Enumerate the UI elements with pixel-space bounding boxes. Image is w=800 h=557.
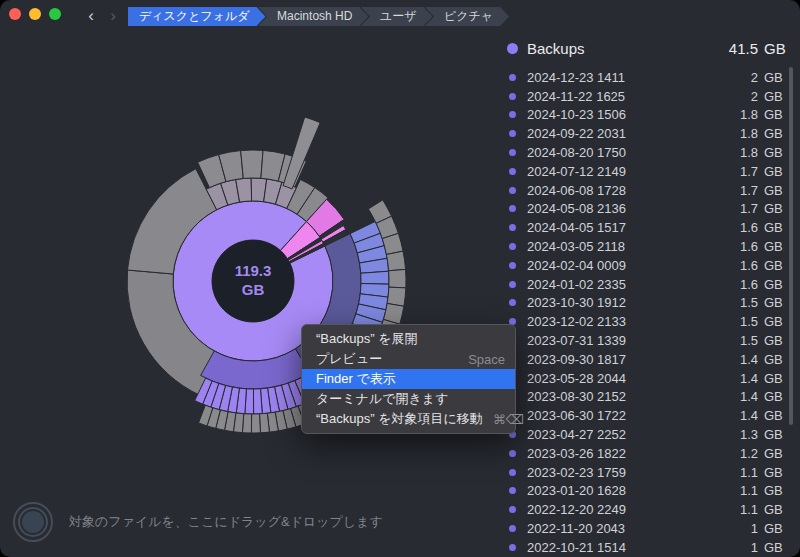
list-row[interactable]: 2024-11-22 16252GB: [505, 87, 788, 106]
item-name: 2024-09-22 2031: [527, 126, 712, 141]
list-row[interactable]: 2024-03-05 21181.6GB: [505, 237, 788, 256]
item-name: 2024-06-08 1728: [527, 183, 712, 198]
item-size: 1.8: [712, 145, 758, 160]
item-size: 1.4: [712, 371, 758, 386]
scrollbar[interactable]: [789, 67, 793, 425]
item-size-unit: GB: [764, 521, 788, 536]
item-name: 2024-04-05 1517: [527, 220, 712, 235]
item-name: 2023-03-26 1822: [527, 446, 712, 461]
list-row[interactable]: 2024-02-04 00091.6GB: [505, 256, 788, 275]
item-size: 1.7: [712, 164, 758, 179]
list-row[interactable]: 2024-10-23 15061.8GB: [505, 106, 788, 125]
list-row[interactable]: 2024-05-08 21361.7GB: [505, 200, 788, 219]
context-menu: “Backups” を展開プレビューSpaceFinder で表示ターミナルで開…: [301, 324, 516, 434]
menu-item-label: “Backups” を対象項目に移動: [316, 410, 483, 428]
list-row[interactable]: 2023-10-30 19121.5GB: [505, 294, 788, 313]
sunburst-segment[interactable]: [260, 413, 270, 433]
list-row[interactable]: 2022-10-21 15141GB: [505, 538, 788, 557]
close-button[interactable]: [9, 8, 21, 20]
menu-item-label: “Backups” を展開: [316, 330, 505, 348]
item-size: 1.6: [712, 220, 758, 235]
dropzone-hint: 対象のファイルを、ここにドラッグ&ドロップします: [69, 513, 383, 531]
menu-item[interactable]: ターミナルで開きます: [302, 389, 515, 409]
sunburst-segment[interactable]: [283, 117, 320, 189]
item-name: 2023-09-30 1817: [527, 352, 712, 367]
item-name: 2022-10-21 1514: [527, 540, 712, 555]
menu-item-label: ターミナルで開きます: [316, 390, 505, 408]
list-row[interactable]: 2024-12-23 14112GB: [505, 68, 788, 87]
item-size-unit: GB: [764, 446, 788, 461]
item-name: 2024-02-04 0009: [527, 258, 712, 273]
list-row[interactable]: 2023-02-23 17591.1GB: [505, 463, 788, 482]
item-size-unit: GB: [764, 427, 788, 442]
list-row[interactable]: 2023-07-31 13391.5GB: [505, 331, 788, 350]
sunburst-segment[interactable]: [387, 287, 406, 306]
breadcrumb-item[interactable]: Macintosh HD: [258, 7, 368, 26]
sunburst-center[interactable]: [212, 240, 294, 322]
folder-bullet-icon: [507, 43, 518, 54]
item-size-unit: GB: [764, 465, 788, 480]
item-size-unit: GB: [764, 239, 788, 254]
item-size-unit: GB: [764, 314, 788, 329]
sunburst-segment[interactable]: [361, 271, 389, 284]
list-row[interactable]: 2022-12-20 22491.1GB: [505, 500, 788, 519]
list-row[interactable]: 2023-09-30 18171.4GB: [505, 350, 788, 369]
item-name: 2024-08-20 1750: [527, 145, 712, 160]
zoom-button[interactable]: [49, 8, 61, 20]
list-row[interactable]: 2024-04-05 15171.6GB: [505, 218, 788, 237]
sunburst-segment[interactable]: [241, 150, 263, 178]
menu-item-shortcut: ⌘⌫: [493, 412, 524, 427]
list-row[interactable]: 2023-04-27 22521.3GB: [505, 425, 788, 444]
item-bullet-icon: [509, 168, 516, 175]
list-row[interactable]: 2024-01-02 23351.6GB: [505, 275, 788, 294]
item-bullet-icon: [509, 187, 516, 194]
item-size-unit: GB: [764, 164, 788, 179]
list-row[interactable]: 2022-11-20 20431GB: [505, 519, 788, 538]
sunburst-segment[interactable]: [251, 414, 260, 433]
list-row[interactable]: 2024-06-08 17281.7GB: [505, 181, 788, 200]
list-row[interactable]: 2023-08-30 21521.4GB: [505, 388, 788, 407]
list-row[interactable]: 2024-09-22 20311.8GB: [505, 124, 788, 143]
sunburst-segment[interactable]: [386, 251, 405, 271]
traffic-lights: [9, 8, 61, 20]
back-button[interactable]: ‹: [83, 4, 99, 28]
daisydisk-window: { "titlebar": { "traffic_lights": ["#ff5…: [0, 0, 800, 557]
item-size-unit: GB: [764, 89, 788, 104]
item-size-unit: GB: [764, 352, 788, 367]
list-row[interactable]: 2023-12-02 21331.5GB: [505, 312, 788, 331]
item-size-unit: GB: [764, 70, 788, 85]
item-size: 1.2: [712, 446, 758, 461]
breadcrumb-item[interactable]: ユーザ: [361, 7, 433, 26]
item-size: 1.5: [712, 314, 758, 329]
list-row[interactable]: 2024-07-12 21491.7GB: [505, 162, 788, 181]
list-header[interactable]: Backups 41.5 GB: [505, 34, 788, 62]
list-row[interactable]: 2023-06-30 17221.4GB: [505, 406, 788, 425]
item-name: 2023-02-23 1759: [527, 465, 712, 480]
menu-item[interactable]: “Backups” を対象項目に移動⌘⌫: [302, 409, 515, 429]
menu-item[interactable]: プレビューSpace: [302, 349, 515, 369]
list-row[interactable]: 2024-08-20 17501.8GB: [505, 143, 788, 162]
menu-item[interactable]: “Backups” を展開: [302, 329, 515, 349]
list-row[interactable]: 2023-01-20 16281.1GB: [505, 482, 788, 501]
menu-item-shortcut: Space: [468, 352, 505, 367]
item-size: 1.6: [712, 258, 758, 273]
file-list: Backups 41.5 GB 2024-12-23 14112GB2024-1…: [505, 34, 788, 557]
breadcrumb-item[interactable]: ピクチャ: [425, 7, 509, 26]
list-row[interactable]: 2023-03-26 18221.2GB: [505, 444, 788, 463]
sunburst-segment[interactable]: [389, 269, 406, 287]
item-size: 1.4: [712, 389, 758, 404]
forward-button: ›: [105, 4, 121, 28]
breadcrumb-item[interactable]: ディスクとフォルダ: [128, 7, 266, 26]
menu-item[interactable]: Finder で表示: [302, 369, 515, 389]
dropzone[interactable]: 対象のファイルを、ここにドラッグ&ドロップします: [13, 502, 383, 542]
sunburst-segment[interactable]: [253, 389, 262, 414]
item-bullet-icon: [509, 469, 516, 476]
folder-size: 41.5: [712, 40, 758, 57]
item-name: 2023-12-02 2133: [527, 314, 712, 329]
item-size-unit: GB: [764, 333, 788, 348]
item-size: 1: [712, 540, 758, 555]
folder-size-unit: GB: [764, 40, 788, 57]
item-bullet-icon: [509, 487, 516, 494]
minimize-button[interactable]: [29, 8, 41, 20]
list-row[interactable]: 2023-05-28 20441.4GB: [505, 369, 788, 388]
